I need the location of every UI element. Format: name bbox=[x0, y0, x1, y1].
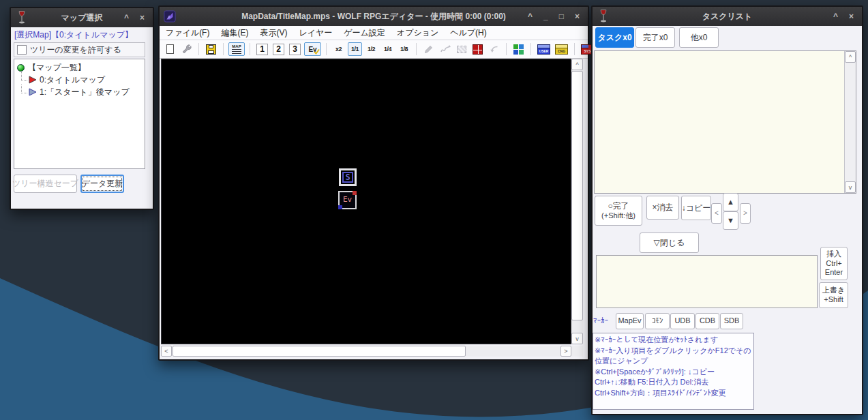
save-icon bbox=[206, 44, 216, 55]
chip-set-button[interactable] bbox=[511, 42, 526, 56]
close-button[interactable]: × bbox=[140, 8, 145, 27]
overwrite-button[interactable]: 上書き +Shift bbox=[819, 282, 848, 308]
erase-button[interactable]: ×消去 bbox=[646, 196, 679, 220]
task-list-box[interactable]: ^ v bbox=[594, 50, 856, 194]
layer2-button[interactable]: 2 bbox=[271, 42, 286, 56]
tree-item-0[interactable]: 0:タイトルマップ bbox=[16, 74, 143, 86]
event-tile-label: Ev bbox=[340, 195, 355, 204]
toolbar-separator bbox=[198, 43, 199, 55]
pencil-button[interactable] bbox=[421, 42, 436, 56]
task-list-content: タスクx0 完了x0 他x0 ^ v bbox=[593, 26, 862, 414]
start-tile-letter: S bbox=[345, 172, 350, 182]
menu-edit[interactable]: 編集(E) bbox=[221, 27, 248, 39]
menu-bar: ファイル(F) 編集(E) 表示(V) レイヤー ゲーム設定 オプション ヘルプ… bbox=[160, 26, 588, 40]
map-vscrollbar[interactable]: ^ v bbox=[571, 59, 583, 344]
map-chip-mode-button[interactable]: MAP bbox=[228, 42, 245, 56]
tree-edit-checkbox[interactable] bbox=[17, 45, 27, 55]
select-area-icon bbox=[457, 46, 466, 53]
complete-button[interactable]: ○完了 (+Shift:他) bbox=[595, 196, 642, 226]
menu-help[interactable]: ヘルプ(H) bbox=[450, 27, 487, 39]
scroll-left-button[interactable]: < bbox=[161, 346, 172, 357]
editor-window: MapData/TitleMap.mps - WOLF RPGエディター - 使… bbox=[158, 5, 589, 361]
layer1-button[interactable]: 1 bbox=[255, 42, 269, 56]
zoom-1-4-button[interactable]: 1/4 bbox=[380, 42, 395, 56]
zoom-x2-button[interactable]: x2 bbox=[331, 42, 346, 56]
new-file-icon bbox=[166, 44, 174, 54]
freehand-button[interactable] bbox=[438, 42, 452, 56]
vscroll-thumb[interactable] bbox=[571, 71, 583, 320]
map-item-arrow-icon bbox=[29, 88, 37, 96]
event-tile-blue-corner bbox=[338, 205, 342, 209]
zoom-1-1-button[interactable]: 1/1 bbox=[348, 42, 362, 56]
tab-done[interactable]: 完了x0 bbox=[635, 27, 675, 48]
tree-root-row[interactable]: 【マップ一覧】 bbox=[16, 61, 143, 74]
scroll-up-button[interactable]: ^ bbox=[845, 51, 856, 63]
hscroll-thumb[interactable] bbox=[173, 346, 466, 357]
marker-common-button[interactable]: ｺﾓﾝ bbox=[645, 313, 670, 329]
indent-right-button[interactable]: > bbox=[740, 203, 751, 224]
tab-tasks[interactable]: タスクx0 bbox=[595, 27, 634, 48]
tree-item-1[interactable]: 1:「スタート」後マップ bbox=[16, 86, 143, 98]
marker-sdb-button[interactable]: SDB bbox=[720, 313, 743, 329]
menu-game-settings[interactable]: ゲーム設定 bbox=[344, 27, 385, 39]
maximize-button[interactable]: □ bbox=[559, 7, 564, 26]
user-db-button[interactable]: USER bbox=[536, 42, 552, 56]
task-list-vscrollbar[interactable]: ^ v bbox=[844, 51, 856, 193]
select-area-button[interactable] bbox=[454, 42, 468, 56]
zoom-1-8-button[interactable]: 1/8 bbox=[397, 42, 411, 56]
desktop: マップ選択 ^ × [選択Map]【0:タイトルマップ】 ツリーの変更を許可する… bbox=[0, 0, 868, 420]
scroll-up-button[interactable]: ^ bbox=[571, 59, 583, 70]
menu-options[interactable]: オプション bbox=[397, 27, 438, 39]
menu-file[interactable]: ファイル(F) bbox=[166, 27, 209, 39]
insert-button[interactable]: 挿入 Ctrl+ Enter bbox=[820, 247, 848, 280]
shade-button[interactable]: ^ bbox=[833, 7, 838, 26]
event-tile[interactable]: Ev bbox=[338, 191, 357, 209]
placement-grid-button[interactable] bbox=[470, 42, 485, 56]
move-down-button[interactable]: ▼ bbox=[723, 211, 738, 230]
marker-cdb-button[interactable]: CDB bbox=[695, 313, 719, 329]
marker-udb-button[interactable]: UDB bbox=[670, 313, 695, 329]
tree-edit-checkbox-row[interactable]: ツリーの変更を許可する bbox=[14, 42, 145, 57]
shade-button[interactable]: ^ bbox=[528, 7, 533, 26]
selected-map-label: [選択Map]【0:タイトルマップ】 bbox=[14, 29, 133, 41]
editor-titlebar[interactable]: MapData/TitleMap.mps - WOLF RPGエディター - 使… bbox=[160, 7, 588, 26]
tree-save-button[interactable]: ツリー構造セーブ bbox=[14, 175, 77, 193]
wrench-button[interactable] bbox=[179, 42, 194, 56]
move-up-button[interactable]: ▲ bbox=[723, 193, 738, 211]
map-hscrollbar[interactable]: < > bbox=[161, 346, 571, 357]
indent-left-button[interactable]: < bbox=[711, 203, 722, 224]
freehand-curve-icon bbox=[440, 44, 451, 54]
map-tree[interactable]: 【マップ一覧】 0:タイトルマップ 1:「スタート」後マップ bbox=[14, 59, 145, 169]
undo-button[interactable] bbox=[487, 42, 501, 56]
map-select-window: マップ選択 ^ × [選択Map]【0:タイトルマップ】 ツリーの変更を許可する… bbox=[10, 7, 154, 210]
shade-button[interactable]: ^ bbox=[124, 8, 129, 27]
minimize-button[interactable]: _ bbox=[543, 7, 548, 26]
close-button[interactable]: × bbox=[849, 7, 854, 26]
cng-db-button[interactable]: CNG bbox=[554, 42, 569, 56]
toolbar-separator bbox=[506, 43, 507, 55]
map-select-titlebar[interactable]: マップ選択 ^ × bbox=[11, 8, 153, 27]
menu-view[interactable]: 表示(V) bbox=[260, 27, 287, 39]
zoom-1-2-button[interactable]: 1/2 bbox=[364, 42, 378, 56]
menu-layer[interactable]: レイヤー bbox=[299, 27, 332, 39]
scroll-down-button[interactable]: v bbox=[845, 181, 856, 193]
start-position-tile[interactable]: S bbox=[339, 168, 357, 186]
map-list-root-icon bbox=[17, 64, 25, 72]
wine-glass-icon bbox=[597, 9, 610, 24]
save-button[interactable] bbox=[204, 42, 218, 56]
copy-down-button[interactable]: ↓コピー bbox=[681, 196, 711, 220]
scroll-down-button[interactable]: v bbox=[571, 333, 583, 344]
marker-mapev-button[interactable]: MapEv bbox=[616, 313, 644, 329]
new-file-button[interactable] bbox=[163, 42, 177, 56]
close-panel-button[interactable]: ▽閉じる bbox=[640, 232, 699, 253]
task-list-titlebar[interactable]: タスクリスト ^ × bbox=[593, 7, 862, 26]
layer3-button[interactable]: 3 bbox=[288, 42, 302, 56]
data-update-button[interactable]: データ更新 bbox=[80, 175, 124, 193]
scroll-right-button[interactable]: > bbox=[560, 346, 571, 357]
tab-other[interactable]: 他x0 bbox=[679, 27, 719, 48]
cng-db-icon: CNG bbox=[555, 44, 568, 55]
event-layer-button[interactable]: Ev bbox=[304, 42, 321, 56]
close-button[interactable]: × bbox=[575, 7, 580, 26]
task-input-area[interactable] bbox=[596, 255, 818, 308]
map-canvas[interactable]: S Ev bbox=[161, 59, 571, 344]
